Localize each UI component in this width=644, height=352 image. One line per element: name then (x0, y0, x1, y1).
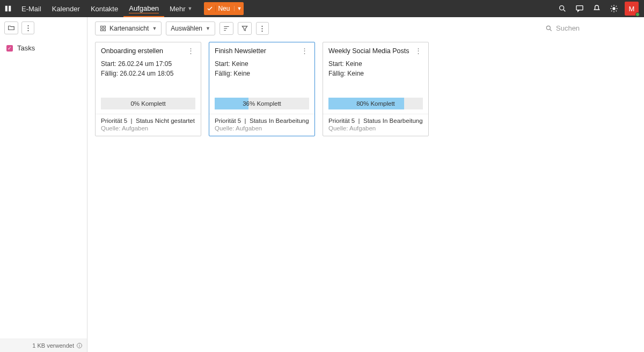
sort-button[interactable] (219, 22, 233, 35)
card-menu-button[interactable]: ⋮ (300, 47, 309, 55)
card-meta: Priorität 5 | Status In Bearbeitung (209, 114, 314, 125)
sidebar: ✓ Tasks 1 KB verwendet (0, 17, 87, 352)
progress-label: 80% Komplett (356, 100, 395, 107)
avatar[interactable]: M (625, 2, 639, 16)
avatar-initial: M (629, 5, 635, 13)
nav-contacts[interactable]: Kontakte (85, 0, 123, 17)
sidebar-item-tasks[interactable]: ✓ Tasks (4, 41, 83, 55)
storage-footer: 1 KB verwendet (0, 339, 87, 352)
nav-more[interactable]: Mehr ▼ (164, 0, 198, 17)
card-due: Fällig: Keine (215, 69, 309, 78)
card-due: Fällig: Keine (328, 69, 423, 78)
nav-email[interactable]: E-Mail (16, 0, 47, 17)
svg-point-26 (262, 30, 263, 31)
card-progress: 0% Komplett (101, 98, 195, 109)
svg-point-15 (27, 27, 28, 28)
presence-indicator (635, 12, 640, 17)
card-status: Status Nicht gestartet (136, 118, 195, 124)
toolbar: Kartenansicht ▼ Auswählen ▼ (87, 17, 644, 40)
chevron-down-icon: ▼ (188, 6, 193, 11)
filter-button[interactable] (238, 22, 252, 35)
card-priority: Priorität 5 (101, 118, 127, 124)
card-meta: Priorität 5 | Status Nicht gestartet (96, 114, 201, 125)
nav-more-label: Mehr (170, 5, 186, 13)
nav-tasks[interactable]: Aufgaben (123, 0, 164, 17)
svg-line-3 (564, 10, 565, 11)
svg-line-11 (616, 11, 617, 11)
card-source: Quelle: Aufgaben (96, 125, 201, 136)
nav-calendar[interactable]: Kalender (47, 0, 85, 17)
chevron-down-icon: ▼ (206, 26, 210, 31)
cards-area: Onboarding erstellen ⋮ Start: 26.02.24 u… (87, 40, 644, 138)
svg-point-19 (79, 344, 79, 344)
select-dropdown[interactable]: Auswählen ▼ (166, 21, 215, 35)
card-priority: Priorität 5 (215, 118, 241, 124)
main-content: Kartenansicht ▼ Auswählen ▼ (87, 17, 644, 352)
card-menu-button[interactable]: ⋮ (186, 47, 195, 55)
card-priority: Priorität 5 (328, 118, 355, 124)
card-due: Fällig: 26.02.24 um 18:05 (101, 69, 195, 78)
sidebar-item-label: Tasks (17, 44, 35, 52)
task-card[interactable]: Finish Newsletter ⋮ Start: Keine Fällig:… (209, 42, 315, 136)
svg-point-2 (560, 6, 564, 10)
new-folder-button[interactable] (4, 21, 18, 34)
svg-line-10 (611, 6, 612, 6)
storage-text: 1 KB verwendet (32, 342, 74, 349)
card-meta: Priorität 5 | Status In Bearbeitung (323, 114, 428, 125)
search[interactable] (545, 24, 636, 33)
svg-rect-0 (5, 6, 8, 12)
svg-point-5 (612, 7, 615, 10)
sidebar-more-button[interactable] (21, 21, 34, 34)
card-progress: 80% Komplett (328, 98, 423, 109)
svg-point-27 (546, 26, 550, 30)
chevron-down-icon: ▼ (152, 26, 157, 31)
bell-icon[interactable] (588, 0, 605, 17)
new-button-dropdown[interactable]: ▼ (234, 6, 244, 11)
check-icon (204, 5, 216, 12)
new-button-label: Neu (216, 5, 234, 12)
card-source: Quelle: Aufgaben (209, 125, 314, 136)
svg-point-25 (262, 28, 263, 29)
search-icon[interactable] (554, 0, 571, 17)
svg-rect-4 (576, 6, 583, 10)
card-source: Quelle: Aufgaben (323, 125, 428, 136)
card-start: Start: Keine (215, 59, 309, 69)
svg-rect-23 (104, 29, 106, 31)
info-icon (76, 342, 83, 349)
chat-icon[interactable] (571, 0, 588, 17)
card-menu-button[interactable]: ⋮ (414, 47, 423, 55)
card-title: Onboarding erstellen (101, 47, 163, 55)
card-progress: 36% Komplett (215, 98, 309, 109)
svg-rect-20 (101, 26, 103, 28)
search-icon (545, 25, 553, 32)
card-title: Weekly Social Media Posts (328, 47, 409, 55)
new-button[interactable]: Neu ▼ (204, 2, 244, 15)
topbar: E-Mail Kalender Kontakte Aufgaben Mehr ▼… (0, 0, 644, 17)
main-nav: E-Mail Kalender Kontakte Aufgaben Mehr ▼ (16, 0, 197, 17)
svg-rect-1 (9, 6, 11, 12)
card-status: Status In Bearbeitung (250, 118, 309, 124)
svg-point-14 (27, 25, 28, 26)
search-input[interactable] (556, 24, 626, 32)
svg-line-12 (611, 11, 612, 11)
svg-point-16 (27, 30, 28, 31)
progress-label: 0% Komplett (130, 100, 165, 107)
svg-rect-21 (104, 26, 106, 28)
select-dropdown-label: Auswählen (171, 25, 202, 32)
theme-icon[interactable] (605, 0, 623, 17)
view-dropdown-label: Kartenansicht (109, 25, 149, 32)
svg-rect-22 (101, 29, 103, 31)
svg-line-13 (616, 6, 617, 6)
card-title: Finish Newsletter (215, 47, 266, 55)
task-card[interactable]: Onboarding erstellen ⋮ Start: 26.02.24 u… (95, 42, 201, 136)
app-logo[interactable] (0, 0, 16, 17)
card-start: Start: Keine (328, 59, 423, 69)
checkbox-checked-icon: ✓ (6, 45, 13, 52)
task-card[interactable]: Weekly Social Media Posts ⋮ Start: Keine… (323, 42, 429, 136)
progress-label: 36% Komplett (243, 100, 281, 107)
grid-icon (100, 25, 106, 32)
view-dropdown[interactable]: Kartenansicht ▼ (95, 21, 162, 35)
toolbar-more-button[interactable] (256, 22, 269, 35)
svg-point-24 (262, 25, 263, 26)
card-status: Status In Bearbeitung (363, 118, 423, 124)
